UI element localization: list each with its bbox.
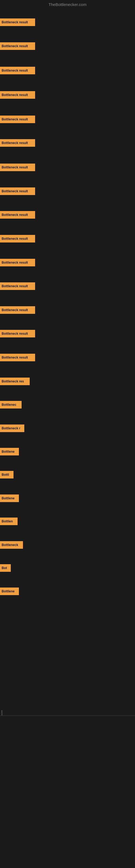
bar-label: Bottleneck r xyxy=(0,425,24,432)
bar-label: Bottlenec xyxy=(0,401,21,408)
bar-item: Bottleneck result xyxy=(0,116,35,123)
bar-item: Bottleneck result xyxy=(0,187,35,195)
page-title: TheBottlenecker.com xyxy=(49,2,87,7)
bar-item: Bottlene xyxy=(0,495,19,502)
bar-label: Bottleneck xyxy=(0,541,23,549)
bar-item: Bottleneck result xyxy=(0,67,35,74)
bar-item: Bottleneck result xyxy=(0,354,35,361)
bar-item: Bottleneck r xyxy=(0,425,24,432)
bar-label: Bottlene xyxy=(0,448,19,456)
bar-item: Bottl xyxy=(0,471,13,478)
bar-label: Bottleneck result xyxy=(0,139,35,147)
bar-item: Bottleneck result xyxy=(0,139,35,147)
bar-item: Bottlen xyxy=(0,518,17,525)
bar-label: Bottlene xyxy=(0,588,19,595)
bar-item: Bottlenec xyxy=(0,401,21,408)
bar-item: Bottleneck result xyxy=(0,19,35,26)
bar-label: Bottleneck result xyxy=(0,235,35,243)
chart-area: score Bottleneck resultBottleneck result… xyxy=(0,10,135,770)
bar-item: Bottleneck result xyxy=(0,259,35,267)
bar-item: Bottleneck result xyxy=(0,211,35,219)
bar-item: Bottleneck xyxy=(0,541,23,549)
bar-label: Bot xyxy=(0,564,11,572)
bar-label: Bottleneck result xyxy=(0,330,35,337)
bar-item: Bottlene xyxy=(0,448,19,456)
bar-label: Bottleneck result xyxy=(0,163,35,171)
bar-label: Bottleneck result xyxy=(0,116,35,123)
bar-label: Bottleneck result xyxy=(0,187,35,195)
bar-item: Bottleneck res xyxy=(0,378,30,385)
bar-item: Bottlene xyxy=(0,588,19,595)
bar-label: Bottleneck result xyxy=(0,19,35,26)
bar-item: Bottleneck result xyxy=(0,235,35,243)
bar-label: Bottleneck result xyxy=(0,282,35,290)
bar-label: Bottlene xyxy=(0,495,19,502)
bar-label: Bottl xyxy=(0,471,13,478)
bar-item: Bot xyxy=(0,564,11,572)
bar-item: Bottleneck result xyxy=(0,163,35,171)
bar-item: Bottleneck result xyxy=(0,91,35,99)
bar-item: Bottleneck result xyxy=(0,42,35,50)
bar-label: Bottleneck result xyxy=(0,354,35,361)
bar-label: Bottleneck res xyxy=(0,378,30,385)
page-header: TheBottlenecker.com xyxy=(0,0,135,10)
bar-item: Bottleneck result xyxy=(0,306,35,314)
y-axis-label: score xyxy=(1,710,3,716)
bar-label: Bottleneck result xyxy=(0,67,35,74)
bar-label: Bottleneck result xyxy=(0,259,35,267)
bar-label: Bottleneck result xyxy=(0,211,35,219)
x-axis-area xyxy=(0,716,135,770)
bar-label: Bottleneck result xyxy=(0,91,35,99)
bar-item: Bottleneck result xyxy=(0,330,35,337)
bar-label: Bottleneck result xyxy=(0,42,35,50)
bar-label: Bottlen xyxy=(0,518,17,525)
bar-label: Bottleneck result xyxy=(0,306,35,314)
bar-item: Bottleneck result xyxy=(0,282,35,290)
